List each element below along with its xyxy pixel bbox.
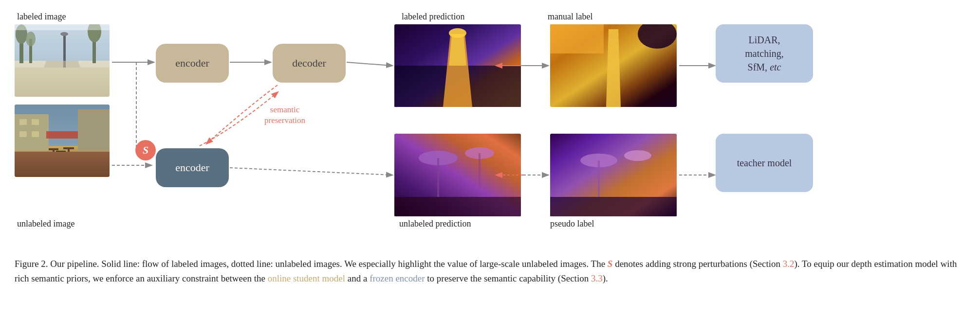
caption-text-part1: Figure 2. Our pipeline. Solid line: flow… (15, 259, 608, 269)
s-label: S (143, 144, 148, 157)
svg-rect-43 (550, 197, 677, 216)
unlabeled-prediction-container (394, 134, 521, 216)
decoder-label: decoder (292, 57, 326, 70)
unlabeled-image-title: unlabeled image (17, 219, 74, 229)
caption-frozen-encoder: frozen encoder (370, 273, 425, 283)
svg-rect-20 (53, 150, 55, 160)
svg-rect-17 (19, 131, 27, 137)
caption-text-part2: denotes adding strong perturbations (Sec… (612, 259, 782, 269)
teacher-model-box: teacher model (716, 134, 813, 192)
manual-label-container (550, 24, 677, 107)
svg-marker-36 (606, 29, 621, 107)
pseudo-label-svg (550, 134, 677, 216)
top-encoder-box: encoder (156, 44, 229, 83)
svg-point-42 (624, 150, 651, 161)
labeled-image-container (15, 24, 110, 97)
svg-rect-15 (19, 119, 27, 125)
s-perturbation-bubble: S (135, 140, 156, 160)
svg-rect-33 (479, 153, 481, 187)
caption-text-part5: to preserve the semantic capability (Sec… (425, 273, 591, 283)
svg-line-48 (230, 168, 392, 175)
lidar-text: LiDAR,matching,SfM, etc (745, 33, 783, 74)
left-images-column (15, 24, 110, 177)
labeled-prediction-title: labeled prediction (402, 12, 464, 22)
labeled-image-svg (15, 24, 110, 95)
bottom-encoder-box: encoder (156, 148, 229, 187)
svg-rect-10 (15, 24, 110, 30)
svg-point-9 (60, 32, 68, 36)
labeled-prediction-container (394, 24, 521, 107)
svg-rect-18 (32, 131, 39, 137)
svg-marker-27 (449, 34, 466, 66)
svg-rect-31 (437, 158, 439, 197)
pseudo-label-container (550, 134, 677, 216)
svg-rect-38 (550, 24, 604, 53)
bottom-encoder-label: encoder (175, 161, 209, 174)
unlabeled-image-container (15, 105, 110, 177)
caption-text-part4: and a (345, 273, 370, 283)
manual-label-svg (550, 24, 677, 107)
unlabeled-prediction-svg (394, 134, 521, 216)
caption-ref2: 3.3 (591, 273, 603, 283)
svg-rect-14 (78, 109, 110, 151)
svg-rect-23 (56, 151, 66, 164)
lidar-info-box: LiDAR,matching,SfM, etc (716, 24, 813, 83)
unlabeled-prediction-title: unlabeled prediction (399, 219, 471, 229)
teacher-model-text: teacher model (737, 156, 792, 170)
caption-s-char: S (608, 259, 613, 269)
caption-ref1: 3.2 (783, 259, 795, 269)
svg-rect-21 (63, 147, 74, 149)
pseudo-label-title: pseudo label (550, 219, 594, 229)
top-encoder-label: encoder (175, 57, 209, 70)
svg-rect-8 (63, 34, 66, 78)
svg-rect-19 (49, 148, 58, 150)
svg-line-47 (347, 62, 392, 66)
labeled-prediction-svg (394, 24, 521, 107)
labeled-image-title: labeled image (17, 12, 66, 22)
manual-label-title: manual label (548, 12, 592, 22)
caption-text-part6: ). (603, 273, 608, 283)
unlabeled-image (15, 105, 110, 177)
svg-rect-22 (68, 149, 70, 160)
svg-point-28 (449, 28, 466, 38)
figure-caption: Figure 2. Our pipeline. Solid line: flow… (15, 257, 965, 286)
svg-rect-41 (598, 160, 600, 197)
diagram-wrapper: labeled image unlabeled image labeled pr… (15, 10, 965, 248)
svg-rect-34 (394, 197, 521, 216)
caption-online-student: online student model (268, 273, 345, 283)
decoder-box: decoder (273, 44, 346, 83)
semantic-preservation-label: semanticpreservation (253, 105, 316, 126)
unlabeled-image-svg (15, 105, 110, 175)
svg-rect-16 (32, 119, 39, 125)
svg-point-5 (26, 32, 36, 46)
labeled-image (15, 24, 110, 97)
